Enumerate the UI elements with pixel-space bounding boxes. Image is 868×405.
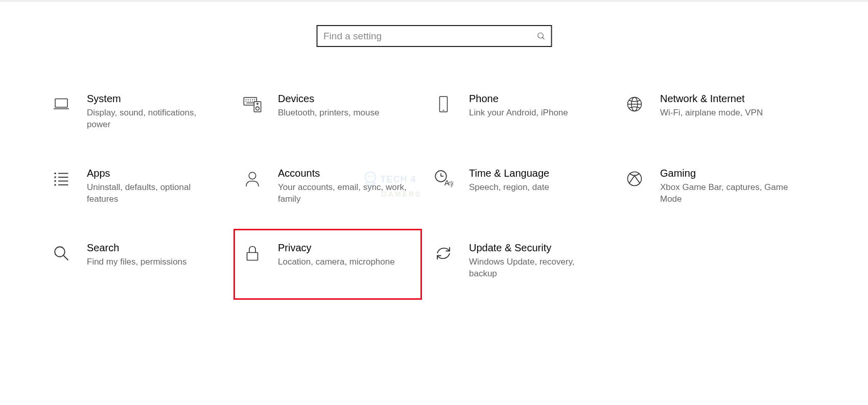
svg-rect-26 (55, 180, 56, 182)
tile-title: System (87, 93, 220, 105)
tile-desc: Wi-Fi, airplane mode, VPN (660, 107, 793, 119)
tile-desc: Link your Android, iPhone (469, 107, 602, 119)
tile-title: Devices (278, 93, 411, 105)
tile-desc: Your accounts, email, sync, work, family (278, 182, 411, 205)
magnifier-icon (51, 243, 72, 264)
tile-system[interactable]: System Display, sound, notifications, po… (51, 93, 242, 168)
svg-rect-27 (55, 184, 56, 186)
tile-title: Time & Language (469, 168, 602, 179)
tile-desc: Display, sound, notifications, power (87, 107, 220, 131)
svg-point-38 (628, 172, 642, 186)
tile-desc: Speech, region, date (469, 182, 602, 194)
svg-rect-25 (55, 177, 56, 178)
tile-title: Search (87, 242, 220, 254)
search-input[interactable] (316, 25, 552, 47)
tile-title: Accounts (278, 168, 411, 179)
time-language-icon: A 字 (433, 169, 454, 189)
tile-update-security[interactable]: Update & Security Windows Update, recove… (433, 242, 624, 317)
person-icon (242, 169, 263, 189)
xbox-icon (624, 169, 645, 189)
tile-gaming[interactable]: Gaming Xbox Game Bar, captures, Game Mod… (624, 168, 815, 242)
phone-icon (433, 94, 454, 114)
svg-point-32 (249, 172, 256, 179)
svg-line-1 (542, 37, 544, 39)
laptop-icon (51, 94, 72, 114)
tile-privacy[interactable]: Privacy Location, camera, microphone (242, 242, 433, 317)
sync-icon (433, 243, 454, 264)
tile-desc: Uninstall, defaults, optional features (87, 182, 220, 205)
svg-text:字: 字 (449, 181, 454, 187)
lock-icon (242, 243, 263, 264)
tile-desc: Location, camera, microphone (278, 256, 411, 268)
svg-rect-2 (55, 99, 67, 108)
tile-apps[interactable]: Apps Uninstall, defaults, optional featu… (51, 168, 242, 242)
apps-list-icon (51, 169, 72, 189)
search-container (316, 25, 552, 47)
tile-time-language[interactable]: A 字 Time & Language Speech, region, date (433, 168, 624, 242)
tile-title: Gaming (660, 168, 793, 179)
window-topbar (0, 0, 868, 2)
tile-desc: Windows Update, recovery, backup (469, 256, 602, 280)
tile-title: Update & Security (469, 242, 602, 254)
svg-point-0 (537, 33, 543, 38)
tile-phone[interactable]: Phone Link your Android, iPhone (433, 93, 624, 168)
tile-title: Apps (87, 168, 220, 179)
search-icon (536, 32, 546, 41)
keyboard-speaker-icon (242, 94, 263, 114)
tile-title: Phone (469, 93, 602, 105)
settings-grid: System Display, sound, notifications, po… (51, 93, 817, 317)
tile-desc: Xbox Game Bar, captures, Game Mode (660, 182, 793, 205)
svg-point-39 (55, 247, 65, 257)
tile-devices[interactable]: Devices Bluetooth, printers, mouse (242, 93, 433, 168)
globe-icon (624, 94, 645, 114)
tile-title: Privacy (278, 242, 411, 254)
tile-desc: Bluetooth, printers, mouse (278, 107, 411, 119)
tile-desc: Find my files, permissions (87, 256, 220, 268)
tile-search[interactable]: Search Find my files, permissions (51, 242, 242, 317)
svg-rect-24 (55, 173, 56, 174)
svg-rect-41 (247, 253, 258, 260)
svg-rect-19 (440, 97, 448, 112)
tile-network[interactable]: Network & Internet Wi-Fi, airplane mode,… (624, 93, 815, 168)
svg-line-40 (64, 256, 68, 260)
tile-title: Network & Internet (660, 93, 793, 105)
tile-accounts[interactable]: Accounts Your accounts, email, sync, wor… (242, 168, 433, 242)
